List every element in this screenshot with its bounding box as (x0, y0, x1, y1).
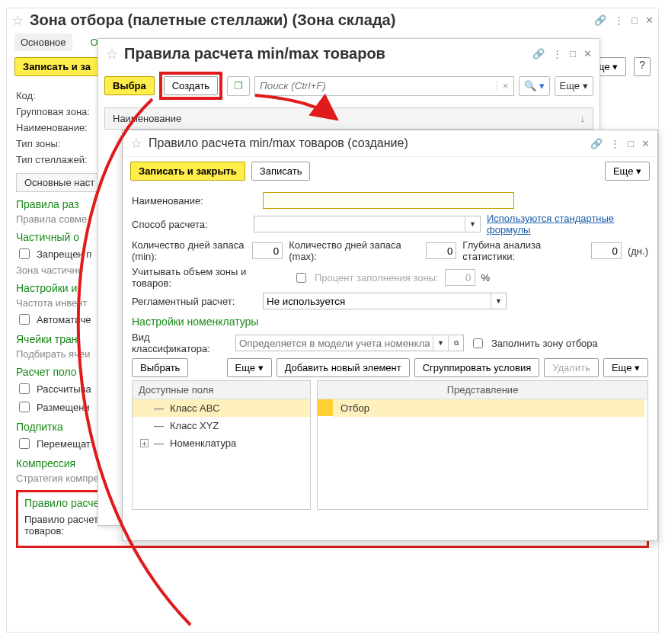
method-select[interactable]: ▼ (254, 216, 481, 232)
win2-title: Правила расчета min/max товаров (124, 45, 385, 62)
link-icon[interactable]: 🔗 (532, 48, 545, 59)
search-box[interactable]: × (254, 76, 514, 96)
days-min-input[interactable] (252, 242, 283, 259)
std-formulas-link[interactable]: Используются стандартные формулы (487, 213, 648, 235)
fill-pct-input (445, 269, 475, 286)
column-name: Наименование (113, 113, 181, 124)
clear-search-icon[interactable]: × (497, 80, 513, 91)
close-icon[interactable]: ✕ (645, 14, 654, 26)
win1-titlebar: ☆ Зона отбора (палетные стеллажи) (Зона … (7, 8, 658, 32)
add-element-button[interactable]: Добавить новый элемент (277, 358, 410, 377)
label-fill-pct: Процент заполнения зоны: (315, 272, 439, 284)
window-rule-create: ☆ Правило расчета min/max товаров (созда… (122, 130, 658, 541)
search-input[interactable] (255, 80, 497, 91)
star-icon[interactable]: ☆ (11, 12, 24, 29)
dropdown-icon[interactable]: ▼ (433, 335, 448, 351)
sort-icon[interactable]: ↓ (580, 113, 586, 124)
help-button[interactable]: ? (634, 57, 651, 76)
select-button[interactable]: Выбра (104, 76, 155, 95)
delete-button: Удалить (544, 358, 599, 377)
maximize-icon[interactable]: □ (570, 48, 576, 59)
label-days-min: Количество дней запаса (min): (132, 239, 246, 262)
save-close-button[interactable]: Записать и за (14, 57, 99, 76)
more-left-button[interactable]: Еще ▾ (227, 358, 272, 377)
label-classifier: Вид классификатора: (132, 332, 229, 354)
section-nomenclature: Настройки номенклатуры (132, 316, 648, 328)
copy-button[interactable]: ❐ (227, 76, 250, 96)
kebab-icon[interactable]: ⋮ (552, 48, 562, 59)
more-right-button[interactable]: Еще ▾ (603, 358, 648, 377)
reg-calc-select[interactable]: ▼ (263, 293, 507, 309)
more-button[interactable]: Еще ▾ (605, 162, 650, 181)
select-button[interactable]: Выбрать (132, 358, 188, 377)
tree-item-xyz[interactable]: —Класс XYZ (133, 417, 310, 434)
label-reg-calc: Регламентный расчет: (132, 296, 257, 307)
fill-zone-checkbox[interactable] (473, 338, 483, 348)
tree-item-nomen[interactable]: +—Номенклатура (133, 434, 310, 452)
save-close-button[interactable]: Записать и закрыть (130, 162, 245, 181)
tab-basic-settings[interactable]: Основные наст (16, 173, 103, 191)
label-days-max: Количество дней запаса (max): (289, 239, 420, 262)
days-max-input[interactable] (426, 242, 456, 259)
label-method: Способ расчета: (132, 219, 248, 230)
representation-panel: Представление Отбор (317, 380, 648, 510)
win3-title: Правило расчета min/max товаров (создани… (149, 136, 408, 150)
label-fill-zone: Заполнить зону отбора (491, 338, 598, 349)
more-button[interactable]: Еще ▾ (555, 76, 593, 96)
close-icon[interactable]: ✕ (641, 138, 650, 149)
link-icon[interactable]: 🔗 (594, 14, 606, 26)
available-fields-panel: Доступные поля —Класс ABC —Класс XYZ +—Н… (132, 380, 311, 510)
close-icon[interactable]: ✕ (583, 48, 592, 59)
expand-icon[interactable]: + (140, 439, 149, 447)
create-button[interactable]: Создать (164, 76, 218, 95)
panel-head-left: Доступные поля (133, 381, 310, 399)
tab-main[interactable]: Основное (14, 34, 72, 51)
open-icon[interactable]: ⧉ (448, 335, 463, 351)
dropdown-icon[interactable]: ▼ (465, 216, 480, 232)
star-icon[interactable]: ☆ (130, 135, 142, 152)
kebab-icon[interactable]: ⋮ (614, 14, 624, 26)
repr-row-filter[interactable]: Отбор (318, 399, 647, 416)
panel-head-right: Представление (318, 381, 647, 399)
search-dropdown-button[interactable]: 🔍 ▾ (519, 76, 550, 96)
annotation-highlight-create: Создать (159, 72, 222, 100)
label-days-unit: (дн.) (628, 245, 648, 257)
link-icon[interactable]: 🔗 (590, 138, 603, 149)
name-input[interactable] (263, 192, 514, 209)
win1-title: Зона отбора (палетные стеллажи) (Зона ск… (30, 11, 395, 29)
kebab-icon[interactable]: ⋮ (610, 138, 620, 149)
label-stat-depth: Глубина анализа статистики: (462, 239, 585, 262)
save-button[interactable]: Записать (251, 162, 311, 181)
label-name: Наименование: (132, 195, 257, 207)
row-marker (318, 399, 333, 416)
star-icon[interactable]: ☆ (106, 46, 118, 62)
stat-depth-input[interactable] (591, 242, 622, 259)
label-pct: % (481, 272, 491, 284)
label-consider-vol: Учитывать объем зоны и товаров: (132, 266, 287, 289)
dropdown-icon[interactable]: ▼ (491, 293, 506, 309)
consider-vol-checkbox[interactable] (296, 273, 306, 283)
maximize-icon[interactable]: □ (631, 14, 638, 26)
tree-item-abc[interactable]: —Класс ABC (133, 399, 310, 417)
maximize-icon[interactable]: □ (628, 138, 634, 149)
classifier-select[interactable]: ▼ ⧉ (235, 335, 464, 351)
list-header[interactable]: Наименование ↓ (104, 107, 593, 130)
group-button[interactable]: Сгруппировать условия (414, 358, 540, 377)
